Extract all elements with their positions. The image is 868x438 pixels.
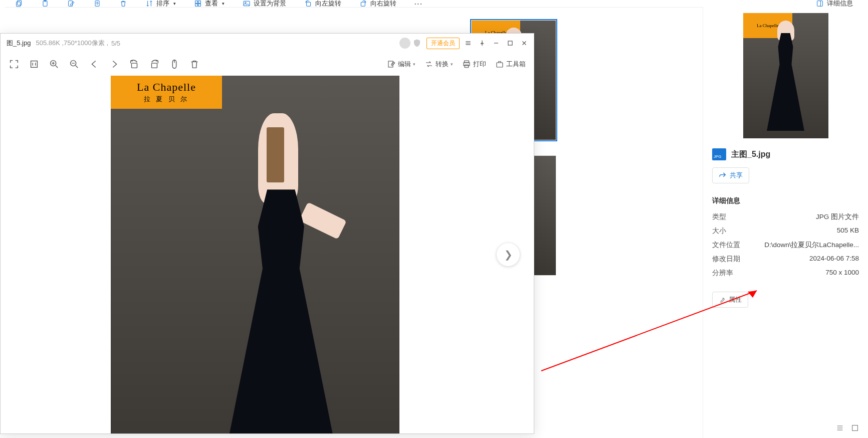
filetype-icon (712, 148, 726, 160)
convert-button[interactable]: 转换▾ (424, 60, 453, 69)
share-arrow-icon (719, 171, 727, 179)
attributes-button[interactable]: 属性 (712, 292, 748, 308)
pin-icon[interactable] (479, 40, 486, 47)
svg-rect-6 (195, 1, 198, 4)
viewer-titlebar: 图_5.jpg 505.86K ,750*1000像素 , 5/5 开通会员 (1, 34, 534, 53)
svg-rect-23 (388, 61, 393, 67)
svg-rect-0 (18, 1, 22, 5)
svg-rect-14 (817, 1, 823, 7)
meta-path: 文件位置D:\down\拉夏贝尔LaChapelle... (712, 241, 859, 250)
list-view-icon[interactable] (836, 424, 844, 432)
photo-subject (209, 106, 353, 433)
svg-rect-1 (17, 2, 21, 7)
shield-icon[interactable] (412, 39, 421, 48)
trash-icon[interactable] (189, 59, 200, 70)
svg-rect-17 (31, 61, 38, 68)
svg-rect-9 (198, 4, 201, 7)
details-preview: La Chapelle (743, 13, 828, 138)
maximize-icon[interactable] (507, 40, 514, 47)
prev-icon[interactable] (89, 59, 100, 70)
brand-watermark: La Chapelle 拉 夏 贝 尔 (111, 76, 222, 109)
delete-icon[interactable] (119, 0, 127, 8)
hamburger-icon[interactable] (465, 40, 472, 47)
fit-icon[interactable] (29, 59, 40, 70)
details-panel: La Chapelle 主图_5.jpg 共享 详细信息 类型JPG 图片文件 … (703, 7, 868, 438)
svg-rect-15 (852, 425, 858, 431)
svg-rect-21 (152, 63, 157, 68)
meta-size: 大小505 KB (712, 227, 859, 236)
wrench-icon (719, 296, 726, 303)
meta-modified: 修改日期2024-06-06 7:58 (712, 255, 859, 264)
viewer-filename: 图_5.jpg (7, 39, 31, 48)
svg-rect-12 (307, 2, 311, 6)
edit-button[interactable]: 编辑▾ (387, 60, 415, 69)
rename-icon[interactable] (67, 0, 75, 8)
copy-icon[interactable] (15, 0, 23, 8)
close-icon[interactable] (521, 40, 528, 47)
panel-view-icon[interactable] (851, 424, 859, 432)
next-icon[interactable] (109, 59, 120, 70)
zoom-out-icon[interactable] (69, 59, 80, 70)
paste-icon[interactable] (41, 0, 49, 8)
svg-rect-26 (465, 65, 469, 68)
svg-rect-20 (132, 63, 137, 68)
details-section-title: 详细信息 (712, 196, 859, 205)
rotate-ccw-icon[interactable] (129, 59, 140, 70)
share-icon[interactable] (93, 0, 101, 8)
zoom-in-icon[interactable] (49, 59, 60, 70)
details-filename: 主图_5.jpg (731, 149, 770, 160)
viewer-toolbar: 编辑▾ 转换▾ 打印 工具箱 (1, 53, 534, 76)
toolbox-button[interactable]: 工具箱 (495, 60, 526, 69)
user-avatar[interactable] (399, 38, 410, 49)
main-image[interactable]: La Chapelle 拉 夏 贝 尔 (111, 76, 399, 433)
vip-button[interactable]: 开通会员 (426, 38, 460, 49)
more-button[interactable]: ··· (414, 0, 423, 8)
svg-rect-16 (508, 41, 512, 45)
viewer-filesize: 505.86K ,750*1000像素 , (36, 39, 108, 48)
meta-type: 类型JPG 图片文件 (712, 212, 859, 222)
mouse-icon[interactable] (169, 59, 180, 70)
viewer-canvas: La Chapelle 拉 夏 贝 尔 ❯ (1, 76, 534, 433)
fullscreen-icon[interactable] (9, 59, 20, 70)
svg-rect-8 (195, 4, 198, 7)
minimize-icon[interactable] (493, 40, 500, 47)
viewer-count: 5/5 (111, 40, 120, 47)
toolbar-divider (5, 7, 768, 8)
meta-resolution: 分辨率750 x 1000 (712, 269, 859, 278)
image-viewer-window: 图_5.jpg 505.86K ,750*1000像素 , 5/5 开通会员 (0, 33, 534, 434)
rotate-cw-icon[interactable] (149, 59, 160, 70)
share-button[interactable]: 共享 (712, 167, 749, 183)
svg-rect-7 (198, 1, 201, 4)
svg-rect-27 (497, 63, 503, 67)
svg-rect-13 (361, 2, 365, 6)
next-image-button[interactable]: ❯ (497, 243, 520, 266)
print-button[interactable]: 打印 (462, 60, 486, 69)
explorer-toolbar: 排序▾ 查看▾ 设置为背景 向左旋转 向右旋转 ··· 详细信息 (0, 0, 868, 7)
